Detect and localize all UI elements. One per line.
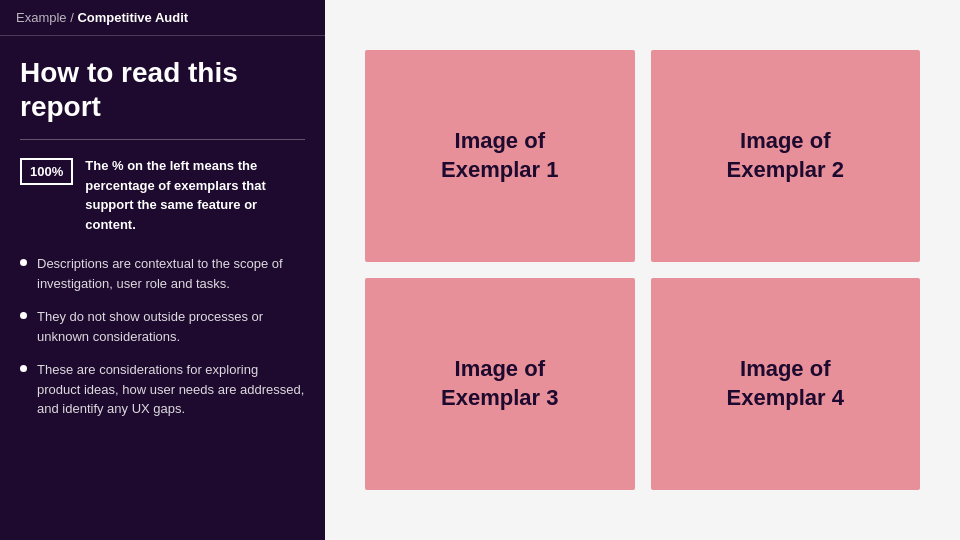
breadcrumb: Example / Competitive Audit [0, 0, 325, 36]
exemplar-card-3: Image ofExemplar 3 [365, 278, 635, 490]
sidebar-content: How to read this report 100% The % on th… [0, 36, 325, 540]
bullet-dot [20, 312, 27, 319]
exemplar-card-2: Image ofExemplar 2 [651, 50, 921, 262]
divider [20, 139, 305, 140]
list-item: Descriptions are contextual to the scope… [20, 254, 305, 293]
percent-row: 100% The % on the left means the percent… [20, 156, 305, 234]
list-item: These are considerations for exploring p… [20, 360, 305, 419]
bullet-text-3: These are considerations for exploring p… [37, 360, 305, 419]
exemplar-card-1: Image ofExemplar 1 [365, 50, 635, 262]
breadcrumb-bold: Competitive Audit [77, 10, 188, 25]
sidebar: Example / Competitive Audit How to read … [0, 0, 325, 540]
list-item: They do not show outside processes or un… [20, 307, 305, 346]
exemplar-label-1: Image ofExemplar 1 [441, 127, 558, 184]
exemplar-card-4: Image ofExemplar 4 [651, 278, 921, 490]
bullet-text-2: They do not show outside processes or un… [37, 307, 305, 346]
exemplar-label-2: Image ofExemplar 2 [727, 127, 844, 184]
main-content: Image ofExemplar 1 Image ofExemplar 2 Im… [325, 0, 960, 540]
exemplar-label-3: Image ofExemplar 3 [441, 355, 558, 412]
exemplar-label-4: Image ofExemplar 4 [727, 355, 844, 412]
bullet-dot [20, 259, 27, 266]
bullet-text-1: Descriptions are contextual to the scope… [37, 254, 305, 293]
main-heading: How to read this report [20, 56, 305, 123]
breadcrumb-prefix: Example / [16, 10, 77, 25]
bullet-list: Descriptions are contextual to the scope… [20, 254, 305, 419]
percent-badge: 100% [20, 158, 73, 185]
percent-description: The % on the left means the percentage o… [85, 156, 305, 234]
bullet-dot [20, 365, 27, 372]
